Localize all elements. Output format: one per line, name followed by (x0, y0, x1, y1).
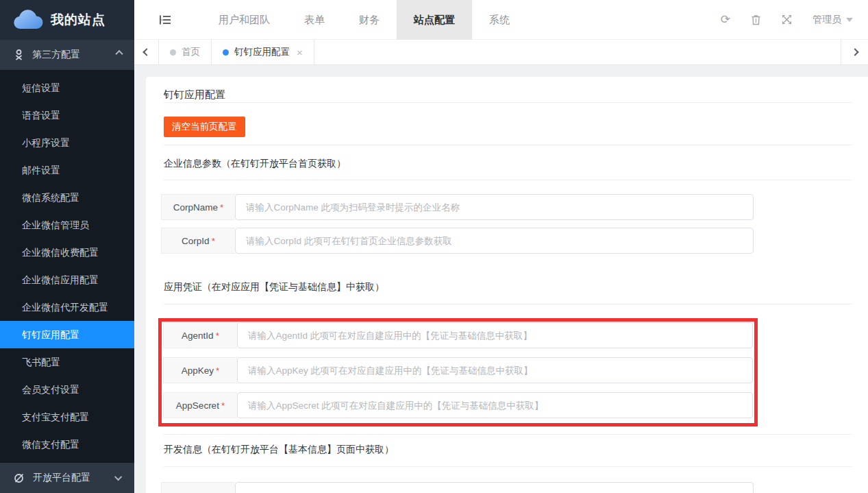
topnav-item-users-teams[interactable]: 用户和团队 (201, 0, 287, 40)
main-area: 用户和团队 表单 财务 站点配置 系统 ⟳ (134, 0, 868, 493)
field-row-appsecret: AppSecret * (163, 392, 753, 418)
tab-bar: 首页 钉钉应用配置 × (134, 40, 868, 65)
required-mark: * (221, 400, 225, 411)
field-row-agentid: AgentId * (163, 322, 753, 348)
corpid-label: CorpId * (161, 228, 235, 254)
chevron-left-icon (142, 48, 150, 56)
chevron-down-icon (114, 473, 122, 481)
sidebar-item-miniprogram[interactable]: 小程序设置 (0, 129, 134, 156)
divider (164, 180, 852, 180)
tab-close-icon[interactable]: × (297, 47, 303, 58)
tab-dot-icon (170, 49, 176, 56)
highlight-red-box: AgentId * AppKey * App (158, 318, 758, 426)
config-card: 钉钉应用配置 清空当前页配置 企业信息参数（在钉钉开放平台首页获取） CorpN… (146, 77, 868, 493)
sidebar: 我的站点 第三方配置 短信设置 语音设置 小程序设置 邮件设置 微信系统配置 企… (0, 0, 134, 493)
section-heading-app-credentials: 应用凭证（在对应应用【凭证与基础信息】中获取） (164, 281, 852, 295)
field-label-text: CorpName (173, 202, 218, 213)
agentid-label: AgentId * (163, 322, 237, 348)
tabs-scroll-left-button[interactable] (134, 40, 159, 64)
user-menu[interactable]: 管理员 (813, 14, 853, 26)
required-mark: * (216, 330, 219, 341)
appkey-input[interactable] (237, 357, 753, 383)
tab-label: 首页 (182, 46, 200, 58)
required-mark: * (212, 236, 215, 246)
site-name: 我的站点 (51, 11, 106, 29)
sidebar-item-wecom-admin[interactable]: 企业微信管理员 (0, 211, 134, 239)
sidebar-section-open-platform[interactable]: 开放平台配置 (0, 463, 134, 493)
appkey-label: AppKey * (163, 357, 237, 383)
tab-dot-icon (223, 49, 229, 56)
top-nav: 用户和团队 表单 财务 站点配置 系统 (201, 0, 527, 40)
page-content: 钉钉应用配置 清空当前页配置 企业信息参数（在钉钉开放平台首页获取） CorpN… (134, 65, 868, 493)
menu-fold-icon[interactable] (159, 14, 171, 25)
tabs-scroll-right-button[interactable] (841, 40, 868, 64)
required-mark: * (216, 365, 219, 376)
divider (164, 304, 852, 304)
caret-down-icon (846, 18, 853, 22)
fullscreen-icon[interactable] (782, 14, 792, 25)
sidebar-item-alipay[interactable]: 支付宝支付配置 (0, 403, 134, 431)
chevron-up-icon (115, 50, 123, 58)
field-row-partial (161, 482, 754, 493)
sidebar-item-sms[interactable]: 短信设置 (0, 74, 134, 101)
divider (164, 145, 852, 145)
topbar: 用户和团队 表单 财务 站点配置 系统 ⟳ (134, 0, 868, 40)
required-mark: * (220, 202, 223, 213)
partial-field-label (161, 482, 235, 493)
sidebar-item-dingtalk-app[interactable]: 钉钉应用配置 (0, 321, 134, 348)
field-label-text: AppSecret (176, 400, 219, 411)
app-window: 我的站点 第三方配置 短信设置 语音设置 小程序设置 邮件设置 微信系统配置 企… (0, 0, 868, 493)
brand-logo: 我的站点 (0, 0, 134, 40)
trash-icon[interactable] (751, 14, 761, 25)
sidebar-item-member-pay[interactable]: 会员支付设置 (0, 376, 134, 403)
section-heading-dev-info: 开发信息（在钉钉开放平台【基本信息】页面中获取） (164, 444, 852, 457)
sidebar-menu: 短信设置 语音设置 小程序设置 邮件设置 微信系统配置 企业微信管理员 企业微信… (0, 70, 134, 463)
sidebar-section-third-party[interactable]: 第三方配置 (0, 40, 134, 70)
clear-page-config-button[interactable]: 清空当前页配置 (164, 117, 245, 137)
user-menu-label: 管理员 (813, 14, 841, 26)
sidebar-item-wecom-app[interactable]: 企业微信应用配置 (0, 266, 134, 293)
topnav-item-finance[interactable]: 财务 (342, 0, 397, 40)
page-title: 钉钉应用配置 (164, 77, 852, 102)
chevron-right-icon (851, 48, 858, 56)
appsecret-input[interactable] (237, 392, 753, 418)
appsecret-label: AppSecret * (163, 392, 237, 418)
section-heading-corp-info: 企业信息参数（在钉钉开放平台首页获取） (164, 158, 852, 171)
sidebar-item-wecom-dev[interactable]: 企业微信代开发配置 (0, 293, 134, 321)
field-row-appkey: AppKey * (163, 357, 753, 383)
tab-dingtalk-config[interactable]: 钉钉应用配置 × (212, 40, 314, 64)
tab-home[interactable]: 首页 (159, 40, 212, 64)
cloud-logo-icon (12, 10, 44, 30)
sidebar-section-label: 第三方配置 (32, 49, 80, 61)
sidebar-item-wechat-pay[interactable]: 微信支付配置 (0, 431, 134, 458)
open-platform-icon (14, 472, 25, 483)
field-label-text: AppKey (182, 365, 214, 376)
partial-field-input[interactable] (235, 482, 754, 493)
field-row-corpid: CorpId * (161, 228, 754, 254)
sidebar-item-voice[interactable]: 语音设置 (0, 101, 134, 129)
topnav-item-site-config[interactable]: 站点配置 (397, 0, 472, 40)
field-label-text: CorpId (182, 236, 210, 246)
refresh-icon[interactable]: ⟳ (721, 14, 730, 25)
agentid-input[interactable] (237, 322, 753, 348)
divider (164, 466, 852, 467)
topnav-item-forms[interactable]: 表单 (287, 0, 342, 40)
topbar-right: ⟳ 管理员 (721, 14, 853, 26)
sidebar-item-wechat-system[interactable]: 微信系统配置 (0, 184, 134, 211)
person-icon (14, 49, 24, 60)
corpname-label: CorpName * (161, 194, 235, 220)
sidebar-section-label: 开放平台配置 (33, 472, 90, 484)
divider (164, 102, 852, 103)
corpname-input[interactable] (235, 194, 754, 220)
field-label-text: AgentId (182, 330, 214, 341)
corpid-input[interactable] (235, 228, 754, 254)
sidebar-item-feishu[interactable]: 飞书配置 (0, 348, 134, 376)
sidebar-item-email[interactable]: 邮件设置 (0, 156, 134, 184)
tab-label: 钉钉应用配置 (234, 46, 290, 58)
field-row-corpname: CorpName * (161, 194, 754, 220)
sidebar-item-wecom-billing[interactable]: 企业微信收费配置 (0, 239, 134, 266)
divider (164, 434, 852, 435)
topnav-item-system[interactable]: 系统 (472, 0, 527, 40)
